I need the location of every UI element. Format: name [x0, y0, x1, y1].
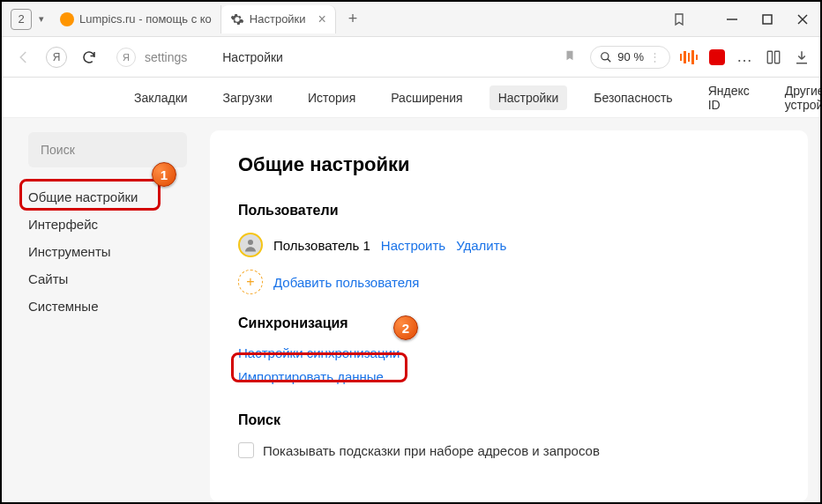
browser-tab[interactable]: Lumpics.ru - помощь с ко	[51, 5, 221, 33]
lumpics-favicon	[60, 12, 74, 26]
page-title: Общие настройки	[238, 153, 780, 176]
users-heading: Пользователи	[238, 203, 780, 219]
sync-settings-link[interactable]: Настройки синхронизации	[238, 345, 780, 360]
reload-button[interactable]	[76, 44, 102, 70]
nav-history[interactable]: История	[299, 85, 364, 110]
sidebar-item-sites[interactable]: Сайты	[28, 265, 205, 293]
bookmark-icon[interactable]	[564, 49, 576, 64]
maximize-button[interactable]	[750, 2, 785, 37]
svg-rect-6	[767, 51, 772, 63]
svg-rect-1	[763, 15, 772, 24]
nav-downloads[interactable]: Загрузки	[214, 85, 281, 110]
svg-point-4	[602, 52, 609, 59]
tab-label: Lumpics.ru - помощь с ко	[79, 12, 212, 26]
user-delete-link[interactable]: Удалить	[456, 238, 506, 253]
user-row: Пользователь 1 Настроить Удалить	[238, 233, 780, 257]
nav-yandex-id[interactable]: Яндекс ID	[699, 78, 758, 117]
avatar	[238, 233, 263, 257]
yandex-logo-icon[interactable]: Я	[46, 47, 67, 68]
nav-bookmarks[interactable]: Закладки	[125, 85, 197, 110]
downloads-icon[interactable]	[792, 48, 811, 67]
url-page-title: Настройки	[222, 50, 283, 64]
url-favicon: Я	[116, 48, 136, 67]
chevron-down-icon[interactable]: ▾	[39, 13, 44, 25]
user-name: Пользователь 1	[273, 238, 370, 253]
browser-tab-active[interactable]: Настройки ×	[221, 5, 336, 33]
sidebar: Поиск Общие настройки Интерфейс Инструме…	[2, 118, 205, 502]
sync-heading: Синхронизация	[238, 315, 780, 331]
back-button[interactable]	[11, 44, 37, 70]
svg-rect-7	[775, 51, 780, 63]
user-configure-link[interactable]: Настроить	[381, 238, 445, 253]
extensions-icon[interactable]	[764, 48, 783, 67]
url-text: settings	[145, 50, 187, 64]
zoom-label: 90 %	[617, 50, 644, 63]
svg-point-8	[248, 240, 253, 245]
main-area: Поиск Общие настройки Интерфейс Инструме…	[2, 118, 820, 502]
nav-settings[interactable]: Настройки	[489, 85, 568, 110]
checkbox-label: Показывать подсказки при наборе адресов …	[263, 443, 600, 458]
nav-other-devices[interactable]: Другие устройства	[776, 78, 822, 117]
content-panel: Общие настройки Пользователи Пользовател…	[210, 130, 808, 502]
checkbox-row[interactable]: Показывать подсказки при наборе адресов …	[238, 442, 780, 458]
import-data-link[interactable]: Импортировать данные	[238, 369, 780, 384]
titlebar: 2 ▾ Lumpics.ru - помощь с ко Настройки ×…	[2, 2, 820, 37]
settings-nav: Закладки Загрузки История Расширения Нас…	[2, 78, 820, 118]
bookmark-ribbon-icon[interactable]	[661, 2, 697, 37]
more-extensions-button[interactable]: …	[736, 48, 755, 67]
plus-icon: +	[238, 270, 263, 294]
search-heading: Поиск	[238, 412, 780, 428]
sidebar-item-tools[interactable]: Инструменты	[28, 238, 205, 265]
new-tab-button[interactable]: +	[341, 8, 364, 31]
nav-security[interactable]: Безопасность	[585, 85, 681, 110]
add-user-link: Добавить пользователя	[273, 275, 419, 290]
sidebar-item-general[interactable]: Общие настройки	[28, 183, 205, 211]
gear-icon	[230, 12, 244, 26]
adblock-icon[interactable]	[707, 48, 727, 67]
equalizer-icon[interactable]	[679, 48, 699, 67]
add-user-row[interactable]: + Добавить пользователя	[238, 270, 780, 294]
search-input[interactable]: Поиск	[28, 132, 187, 167]
nav-extensions[interactable]: Расширения	[382, 85, 471, 110]
tab-count-button[interactable]: 2	[11, 9, 32, 30]
url-bar[interactable]: Я settings Настройки	[111, 43, 581, 71]
close-window-button[interactable]	[785, 2, 820, 37]
svg-line-5	[608, 58, 611, 62]
sidebar-item-system[interactable]: Системные	[28, 293, 205, 320]
address-bar: Я Я settings Настройки 90 % ⋮ …	[2, 37, 820, 78]
checkbox[interactable]	[238, 442, 254, 458]
tab-label: Настройки	[250, 12, 306, 26]
sidebar-item-interface[interactable]: Интерфейс	[28, 211, 205, 238]
close-icon[interactable]: ×	[318, 11, 326, 27]
minimize-button[interactable]	[714, 2, 750, 37]
zoom-indicator[interactable]: 90 % ⋮	[590, 46, 670, 69]
